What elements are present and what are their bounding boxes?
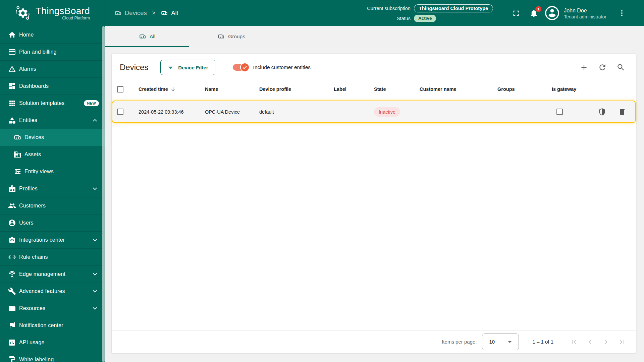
last-page-button[interactable] (616, 336, 628, 348)
device-icon (217, 33, 225, 40)
breadcrumb: Devices > All (114, 9, 178, 17)
tab-all[interactable]: All (105, 26, 189, 47)
main-content: All Groups Devices Device Filter Include… (105, 26, 644, 362)
chevron-right-icon (602, 338, 610, 346)
pagination-bar: Items per page: 10 1 – 1 of 1 (112, 330, 636, 353)
sidebar-item-rule-chains[interactable]: Rule chains (0, 248, 105, 265)
column-label[interactable]: Label (334, 86, 374, 92)
sidebar-item-alarms[interactable]: Alarms (0, 60, 105, 77)
sidebar-item-resources[interactable]: Resources (0, 300, 105, 317)
sidebar-item-devices[interactable]: Devices (0, 129, 105, 146)
caret-down-icon (506, 338, 514, 346)
new-badge: NEW (84, 100, 99, 106)
subscription-chip[interactable]: ThingsBoard Cloud Prototype (414, 4, 493, 12)
sidebar-item-white-labeling[interactable]: White labeling (0, 351, 105, 362)
breadcrumb-devices[interactable]: Devices (114, 9, 147, 17)
avatar[interactable] (545, 6, 559, 20)
person-icon (545, 5, 559, 21)
sidebar-item-customers[interactable]: Customers (0, 197, 105, 214)
column-state[interactable]: State (374, 86, 420, 92)
sidebar-item-dashboards[interactable]: Dashboards (0, 77, 105, 95)
sidebar-item-notification-center[interactable]: Notification center (0, 317, 105, 334)
sidebar-item-assets[interactable]: Assets (0, 146, 105, 163)
sidebar-item-plan-and-billing[interactable]: Plan and billing (0, 43, 105, 60)
state-badge: Inactive (374, 107, 400, 117)
column-created-time[interactable]: Created time (139, 86, 205, 93)
manage-credentials-button[interactable] (598, 108, 606, 116)
fullscreen-button[interactable] (509, 6, 523, 20)
header-divider (502, 6, 502, 20)
device-filter-button[interactable]: Device Filter (160, 60, 215, 75)
table-header-row: Created time Name Device profile Label S… (112, 81, 636, 97)
column-is-gateway[interactable]: Is gateway (552, 86, 592, 92)
sidebar-scrollbar[interactable] (102, 26, 105, 362)
tab-groups[interactable]: Groups (189, 26, 273, 47)
subscription-label: Current subscription (367, 6, 411, 11)
sidebar-item-users[interactable]: Users (0, 214, 105, 231)
device-icon (13, 133, 21, 141)
status-label: Status (367, 16, 411, 21)
next-page-button[interactable] (600, 336, 612, 348)
toggle-label: Include customer entities (253, 64, 311, 70)
include-customer-entities-toggle[interactable]: Include customer entities (233, 64, 311, 71)
paint-icon (8, 356, 16, 362)
brand-subtitle: Cloud Platform (62, 16, 90, 20)
column-name[interactable]: Name (205, 86, 259, 92)
sidebar-item-edge-management[interactable]: Edge management (0, 265, 105, 283)
refresh-icon (598, 63, 607, 72)
notification-count-badge: 1 (535, 6, 541, 12)
table-toolbar (577, 60, 628, 74)
app-logo[interactable]: ThingsBoard Cloud Platform (0, 0, 105, 26)
fullscreen-icon (512, 9, 521, 18)
shapes-icon (8, 116, 16, 124)
more-menu-button[interactable] (615, 6, 629, 20)
notifications-button[interactable]: 1 (527, 6, 541, 20)
bar-chart-icon (8, 339, 16, 347)
search-button[interactable] (614, 60, 628, 74)
trash-icon (618, 108, 626, 116)
sidebar-item-advanced-features[interactable]: Advanced features (0, 283, 105, 300)
items-per-page-select[interactable]: 10 (482, 334, 519, 350)
more-vert-icon (618, 9, 626, 17)
tab-bar: All Groups (105, 26, 644, 47)
is-gateway-checkbox[interactable] (556, 109, 563, 115)
breadcrumb-all[interactable]: All (161, 9, 178, 17)
pagination-range: 1 – 1 of 1 (532, 339, 553, 345)
add-device-button[interactable] (577, 60, 591, 74)
sidebar-item-solution-templates[interactable]: Solution templates NEW (0, 95, 105, 112)
sidebar-item-home[interactable]: Home (0, 26, 105, 43)
column-groups[interactable]: Groups (497, 86, 552, 92)
plus-icon (580, 63, 588, 72)
column-device-profile[interactable]: Device profile (259, 86, 334, 92)
sidebar-item-profiles[interactable]: Profiles (0, 180, 105, 197)
cell-name: OPC-UA Device (205, 109, 259, 115)
person-icon (8, 219, 16, 227)
sidebar-item-integrations-center[interactable]: Integrations center (0, 231, 105, 248)
column-customer-name[interactable]: Customer name (420, 86, 497, 92)
user-menu[interactable]: John Doe Tenant administrator (564, 7, 606, 19)
table-row[interactable]: 2024-05-22 09:33:46 OPC-UA Device defaul… (112, 101, 636, 123)
row-checkbox[interactable] (117, 109, 123, 115)
refresh-button[interactable] (595, 60, 609, 74)
first-page-icon (570, 338, 578, 346)
thingsboard-logo-icon (15, 5, 32, 21)
select-all-checkbox[interactable] (117, 86, 123, 93)
app-header: ThingsBoard Cloud Platform Devices > All… (0, 0, 644, 26)
dashboard-icon (8, 82, 16, 90)
flag-icon (8, 321, 16, 329)
antenna-icon (8, 270, 16, 278)
chevron-down-icon (91, 185, 99, 193)
credit-card-icon (8, 48, 16, 56)
previous-page-button[interactable] (584, 336, 596, 348)
sidebar-item-api-usage[interactable]: API usage (0, 334, 105, 351)
sidebar-item-entity-views[interactable]: Entity views (0, 163, 105, 180)
first-page-button[interactable] (568, 336, 580, 348)
items-per-page-label: Items per page: (442, 339, 477, 345)
delete-device-button[interactable] (618, 108, 626, 116)
id-badge-icon (8, 185, 16, 193)
sidebar-item-entities[interactable]: Entities (0, 112, 105, 129)
chevron-down-icon (91, 287, 99, 295)
chevron-down-icon (91, 270, 99, 278)
user-name: John Doe (564, 7, 606, 14)
filter-icon (167, 64, 174, 71)
